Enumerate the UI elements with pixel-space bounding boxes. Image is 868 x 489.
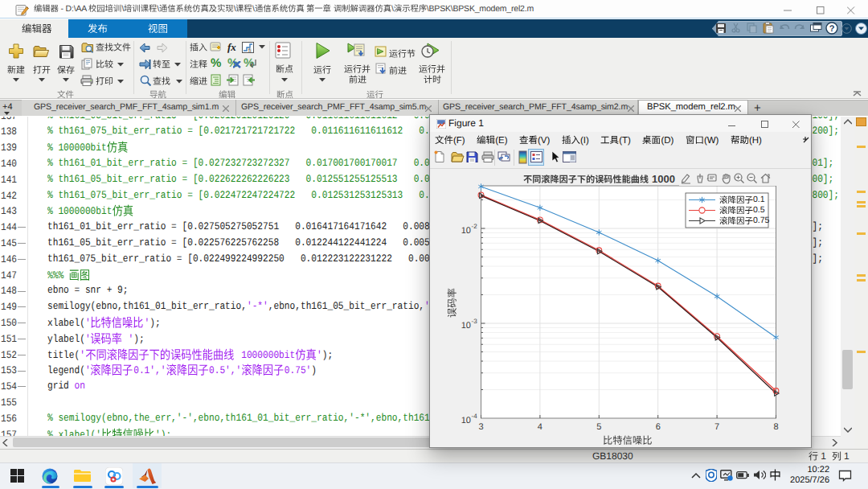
svg-text:10: 10 [461, 321, 470, 331]
svg-text:6: 6 [655, 422, 660, 432]
svg-text:5: 5 [596, 422, 601, 432]
svg-text:?: ? [829, 24, 835, 34]
svg-text:-4: -4 [471, 413, 477, 420]
svg-text:3: 3 [478, 422, 483, 432]
svg-text:fi: fi [248, 47, 252, 54]
svg-text:-2: -2 [471, 223, 477, 230]
svg-text:7: 7 [714, 422, 719, 432]
svg-text:4: 4 [537, 422, 542, 432]
svg-text:10: 10 [461, 416, 470, 425]
svg-text:10: 10 [461, 226, 470, 236]
svg-text:8: 8 [773, 422, 778, 432]
svg-text:-3: -3 [471, 318, 477, 325]
